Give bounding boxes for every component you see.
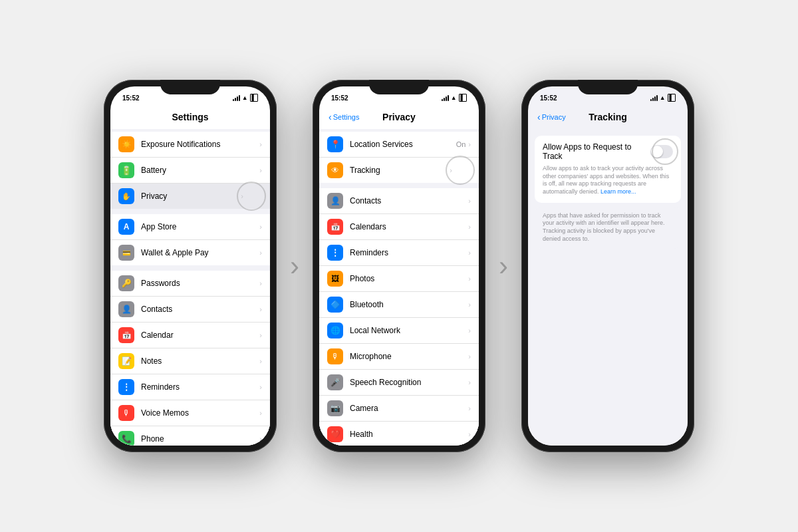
phone-tracking: 15:52 ▲ ▌ ‹ Privacy [521, 80, 694, 452]
privacy-row-contacts[interactable]: 👤 Contacts › [319, 188, 479, 214]
chevron-priv-reminders: › [468, 249, 471, 257]
tracking-card-header: Allow Apps to Request to Track [543, 142, 673, 161]
priv-photos-icon: 🖼 [327, 271, 343, 287]
battery-row-icon: 🔋 [118, 162, 134, 178]
privacy-row-microphone[interactable]: 🎙 Microphone › [319, 344, 479, 370]
contacts-label: Contacts [141, 305, 259, 314]
battery-icon-3: ▌ [668, 94, 676, 102]
priv-contacts-label: Contacts [350, 196, 468, 205]
wallet-label: Wallet & Apple Pay [141, 248, 259, 257]
nav-title-privacy: Privacy [382, 112, 416, 122]
tracking-icon: 👁 [327, 162, 343, 178]
back-to-privacy[interactable]: ‹ Privacy [537, 112, 566, 122]
status-icons-2: ▲ ▌ [442, 94, 467, 102]
chevron-priv-speech: › [468, 378, 471, 386]
privacy-row-reminders[interactable]: ⋮ Reminders › [319, 240, 479, 266]
tracking-info-text: Apps that have asked for permission to t… [543, 212, 673, 243]
arrow-2: › [499, 250, 508, 282]
priv-calendars-label: Calendars [350, 222, 468, 231]
settings-row-battery[interactable]: 🔋 Battery › [110, 158, 270, 184]
privacy-row-tracking[interactable]: 👁 Tracking › [319, 158, 479, 183]
settings-row-contacts[interactable]: 👤 Contacts › [110, 297, 270, 323]
location-icon: 📍 [327, 136, 343, 152]
privacy-row-photos[interactable]: 🖼 Photos › [319, 266, 479, 292]
privacy-icon: ✋ [118, 188, 134, 204]
location-value: On [456, 140, 466, 148]
screen-privacy: 15:52 ▲ ▌ ‹ Settings [319, 86, 479, 446]
contacts-icon: 👤 [118, 301, 134, 317]
exposure-icon: ☀️ [118, 136, 134, 152]
status-icons-3: ▲ ▌ [650, 94, 676, 102]
priv-localnetwork-icon: 🌐 [327, 323, 343, 338]
priv-speech-label: Speech Recognition [350, 378, 468, 387]
settings-row-appstore[interactable]: A App Store › [110, 214, 270, 240]
priv-microphone-label: Microphone [350, 352, 468, 361]
settings-row-passwords[interactable]: 🔑 Passwords › [110, 271, 270, 297]
status-time-1: 15:52 [122, 94, 140, 102]
privacy-row-localnetwork[interactable]: 🌐 Local Network › [319, 318, 479, 344]
voicememos-label: Voice Memos [141, 408, 259, 418]
wifi-icon: ▲ [242, 94, 248, 101]
privacy-row-health[interactable]: ❤️ Health › [319, 422, 479, 446]
tracking-toggle[interactable] [650, 145, 673, 158]
privacy-row-camera[interactable]: 📷 Camera › [319, 396, 479, 422]
settings-row-privacy[interactable]: ✋ Privacy › [110, 184, 270, 209]
chevron-reminders: › [259, 383, 262, 391]
settings-row-reminders[interactable]: ⋮ Reminders › [110, 374, 270, 400]
back-to-settings[interactable]: ‹ Settings [329, 112, 359, 122]
tracking-description: Allow apps to ask to track your activity… [543, 165, 673, 196]
privacy-row-bluetooth[interactable]: 🔷 Bluetooth › [319, 292, 479, 318]
priv-reminders-label: Reminders [350, 248, 468, 257]
tracking-info-card: Apps that have asked for permission to t… [535, 207, 681, 249]
passwords-label: Passwords [141, 279, 259, 288]
phone-icon: 📞 [118, 431, 134, 446]
priv-localnetwork-label: Local Network [350, 326, 468, 335]
notes-label: Notes [141, 356, 259, 366]
priv-microphone-icon: 🎙 [327, 348, 343, 364]
chevron-wallet: › [259, 249, 262, 257]
chevron-phone: › [259, 435, 262, 443]
privacy-row-calendars[interactable]: 📅 Calendars › [319, 214, 479, 240]
learn-more-link[interactable]: Learn more... [600, 188, 636, 195]
settings-row-exposure[interactable]: ☀️ Exposure Notifications › [110, 132, 270, 158]
priv-photos-label: Photos [350, 274, 468, 283]
tracking-toggle-card: Allow Apps to Request to Track Allow app… [535, 136, 681, 203]
chevron-priv-photos: › [468, 275, 471, 283]
settings-row-phone[interactable]: 📞 Phone › [110, 426, 270, 446]
settings-group-1: ☀️ Exposure Notifications › 🔋 Battery › … [110, 132, 270, 209]
settings-row-notes[interactable]: 📝 Notes › [110, 348, 270, 374]
chevron-passwords: › [259, 279, 262, 287]
chevron-notes: › [259, 357, 262, 365]
nav-bar-tracking: ‹ Privacy Tracking [528, 105, 688, 129]
privacy-row-speech[interactable]: 🎤 Speech Recognition › [319, 370, 479, 396]
voicememos-icon: 🎙 [118, 405, 134, 421]
wifi-icon-3: ▲ [660, 94, 666, 101]
settings-row-wallet[interactable]: 💳 Wallet & Apple Pay › [110, 240, 270, 265]
nav-bar-settings: Settings [110, 105, 270, 129]
chevron-privacy: › [241, 192, 243, 200]
privacy-row-location[interactable]: 📍 Location Services On › [319, 132, 479, 158]
privacy-label: Privacy [141, 192, 241, 201]
wallet-icon: 💳 [118, 245, 134, 261]
reminders-icon: ⋮ [118, 379, 134, 395]
passwords-icon: 🔑 [118, 275, 134, 291]
back-label-tracking: Privacy [542, 113, 566, 121]
settings-row-voicememos[interactable]: 🎙 Voice Memos › [110, 400, 270, 426]
status-time-3: 15:52 [540, 94, 557, 102]
tracking-allow-title: Allow Apps to Request to Track [543, 142, 650, 161]
chevron-priv-camera: › [468, 404, 471, 412]
chevron-priv-contacts: › [468, 197, 471, 205]
calendar-label: Calendar [141, 331, 259, 340]
settings-row-calendar[interactable]: 📅 Calendar › [110, 323, 270, 348]
toggle-knob [651, 146, 663, 158]
signal-icon-2 [442, 95, 449, 101]
privacy-group-2: 👤 Contacts › 📅 Calendars › ⋮ Reminders › [319, 188, 479, 446]
notes-icon: 📝 [118, 353, 134, 369]
tracking-label: Tracking [350, 166, 450, 175]
screen-tracking: 15:52 ▲ ▌ ‹ Privacy [528, 86, 688, 446]
priv-camera-icon: 📷 [327, 400, 343, 416]
phone-label: Phone [141, 434, 259, 444]
arrow-1: › [290, 250, 299, 282]
nav-title-settings: Settings [172, 112, 208, 122]
priv-health-label: Health [350, 430, 468, 439]
